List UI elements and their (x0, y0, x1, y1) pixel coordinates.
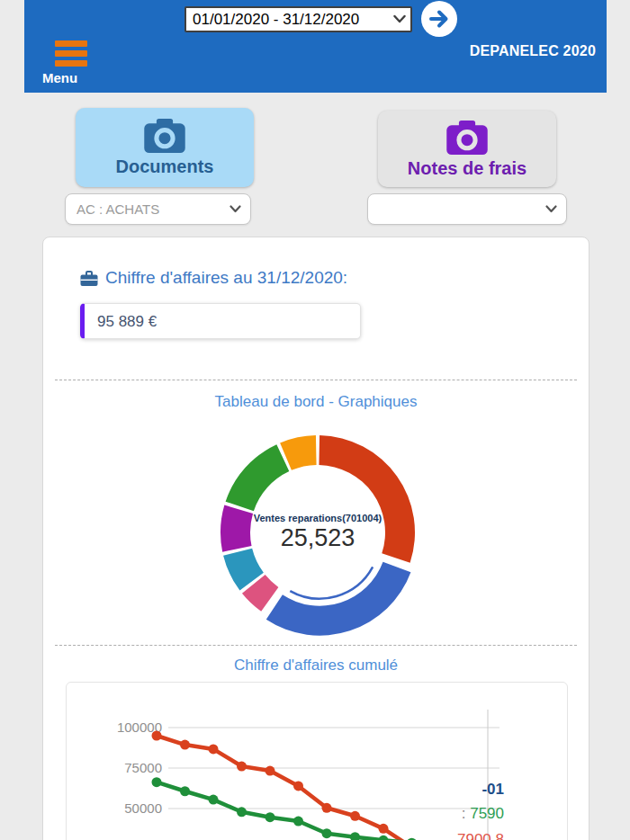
svg-text:7900.8: 7900.8 (457, 831, 504, 840)
donut-chart-svg (210, 424, 426, 640)
documents-type-select[interactable]: AC : ACHATS (66, 194, 250, 224)
menu-button[interactable]: Menu (42, 40, 100, 85)
arrow-right-icon (428, 7, 451, 31)
camera-icon (446, 120, 489, 156)
svg-text:: 7590: : 7590 (462, 805, 504, 822)
line-chart-svg[interactable]: 100000750005000025000-01: 75907900.8 (67, 683, 567, 840)
camera-icon (143, 118, 186, 154)
revenue-summary-title-text: Chiffre d'affaires au 31/12/2020: (105, 268, 347, 288)
submit-date-range-button[interactable] (421, 1, 457, 37)
date-range-select[interactable]: 01/01/2020 - 31/12/2020 (184, 6, 412, 32)
cumulative-line-chart-card: 100000750005000025000-01: 75907900.8 (66, 682, 568, 840)
revenue-amount: 95 889 € (97, 313, 157, 330)
app-page: 01/01/2020 - 31/12/2020 Menu DEPANELEC 2… (0, 0, 630, 840)
app-title: DEPANELEC 2020 (470, 43, 596, 59)
documents-label: Documents (116, 156, 214, 177)
svg-text:-01: -01 (482, 781, 504, 798)
revenue-summary-title: Chiffre d'affaires au 31/12/2020: (80, 268, 347, 288)
divider (55, 380, 577, 380)
briefcase-icon (80, 270, 98, 287)
dashboard-section-title: Tableau de bord - Graphiques (43, 393, 589, 411)
notes-de-frais-label: Notes de frais (408, 158, 526, 179)
hamburger-icon (42, 40, 100, 67)
cumulative-section-title: Chiffre d'affaires cumulé (43, 657, 589, 675)
notes-de-frais-button[interactable]: Notes de frais (378, 111, 556, 187)
divider (55, 645, 577, 646)
notes-type-select[interactable] (368, 194, 566, 224)
menu-label: Menu (42, 70, 100, 85)
date-range-select-wrap: 01/01/2020 - 31/12/2020 (184, 6, 412, 32)
notes-type-select-wrap (367, 193, 567, 225)
documents-button[interactable]: Documents (76, 108, 254, 187)
revenue-donut-chart[interactable]: Ventes reparations(701004) 25,523 (210, 424, 426, 640)
svg-text:75000: 75000 (124, 760, 162, 775)
dashboard-card: Chiffre d'affaires au 31/12/2020: 95 889… (42, 237, 590, 840)
svg-text:50000: 50000 (124, 800, 162, 816)
app-header: 01/01/2020 - 31/12/2020 Menu DEPANELEC 2… (24, 0, 607, 93)
revenue-amount-box: 95 889 € (80, 303, 361, 339)
documents-type-select-wrap: AC : ACHATS (65, 193, 251, 225)
